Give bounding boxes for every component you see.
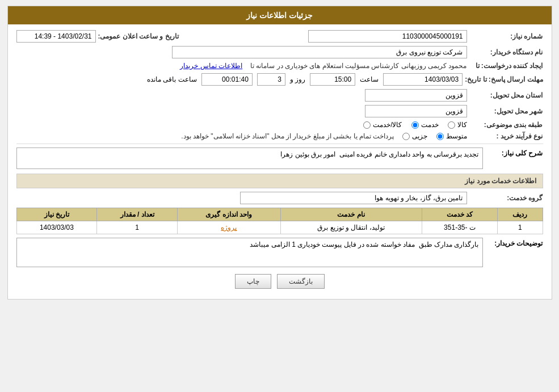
content-area: شماره نیاز: تاریخ و ساعت اعلان عمومی: نا… <box>8 24 552 299</box>
radio-kala[interactable]: کالا <box>448 121 467 129</box>
main-container: جزئیات اطلاعات نیاز شماره نیاز: تاریخ و … <box>7 6 552 300</box>
purchase-type-label: نوع فرآیند خرید : <box>469 132 543 140</box>
send-time-input <box>310 73 355 86</box>
cell-code: ت -35-351 <box>422 221 498 234</box>
province-label: استان محل تحویل: <box>469 91 543 99</box>
send-remaining-label: ساعت باقی مانده <box>147 75 197 83</box>
purchase-type-radio-group: جزیی متوسط <box>402 132 467 140</box>
contact-link[interactable]: اطلاعات تماس خریدار <box>180 62 242 70</box>
row-purchase-type: نوع فرآیند خرید : جزیی متوسط پرداخت تمام… <box>16 132 543 140</box>
unit-link[interactable]: پروژه <box>221 224 237 231</box>
category-radio-group: کالا/خدمت خدمت کالا <box>363 121 466 129</box>
announce-input <box>16 30 96 43</box>
description-label: شرح کلی نیاز: <box>486 147 543 157</box>
row-description: شرح کلی نیاز: تجدید برقرسانی به واحد دام… <box>16 147 543 169</box>
cell-qty: 1 <box>97 221 178 234</box>
radio-khedmat[interactable]: خدمت <box>411 121 439 129</box>
send-days-label: روز و <box>290 75 305 83</box>
cell-name: تولید، انتقال و توزیع برق <box>280 221 422 234</box>
buttons-row: بازگشت چاپ <box>16 274 543 289</box>
row-province: استان محل تحویل: <box>16 89 543 102</box>
radio-jozii[interactable]: جزیی <box>402 132 427 140</box>
radio-jozii-input[interactable] <box>402 133 410 140</box>
page-header: جزئیات اطلاعات نیاز <box>8 6 552 24</box>
radio-khedmat-label: خدمت <box>421 121 439 129</box>
radio-kala-khedmat-label: کالا/خدمت <box>373 121 402 129</box>
row-city: شهر محل تحویل: <box>16 105 543 117</box>
col-row: ردیف <box>498 208 543 221</box>
services-table: ردیف کد خدمت نام خدمت واحد اندازه گیری ت… <box>16 208 543 234</box>
creator-label: ایجاد کننده درخواست: تا <box>469 62 543 70</box>
creator-value: محمود کریمی روزبهانی کارشناس مسؤلیت استع… <box>250 62 466 70</box>
radio-motavasset-input[interactable] <box>436 133 444 140</box>
radio-jozii-label: جزیی <box>412 132 427 140</box>
radio-motavasset[interactable]: متوسط <box>436 132 467 140</box>
purchase-type-text: پرداخت تمام یا بخشی از مبلغ خریدار از مح… <box>181 132 394 140</box>
row-number-announce: شماره نیاز: تاریخ و ساعت اعلان عمومی: <box>16 30 543 43</box>
col-unit: واحد اندازه گیری <box>178 208 281 221</box>
radio-kala-label: کالا <box>457 121 467 129</box>
city-label: شهر محل تحویل: <box>469 107 543 115</box>
page-title: جزئیات اطلاعات نیاز <box>246 11 313 20</box>
service-group-input <box>240 192 467 204</box>
send-date-input <box>383 73 463 86</box>
city-input <box>365 105 467 117</box>
col-qty: تعداد / مقدار <box>97 208 178 221</box>
row-buyer-desc: توضیحات خریدار: بارگذاری مدارک طبق مفاد … <box>16 238 543 267</box>
province-input <box>365 89 467 102</box>
cell-unit: پروژه <box>178 221 281 234</box>
col-name: نام خدمت <box>280 208 422 221</box>
send-date-label: مهلت ارسال پاسخ: تا تاریخ: <box>465 75 543 83</box>
row-send-date: مهلت ارسال پاسخ: تا تاریخ: ساعت روز و سا… <box>16 73 543 86</box>
table-row: 1 ت -35-351 تولید، انتقال و توزیع برق پر… <box>16 221 543 234</box>
col-date: تاریخ نیاز <box>16 208 97 221</box>
radio-kala-khedmat[interactable]: کالا/خدمت <box>363 121 402 129</box>
buyer-desc-textarea[interactable]: بارگذاری مدارک طبق مفاد خواسته شده در فا… <box>16 238 483 267</box>
announce-label: تاریخ و ساعت اعلان عمومی: <box>98 32 179 40</box>
request-number-input[interactable] <box>308 30 467 43</box>
radio-kala-input[interactable] <box>448 121 455 129</box>
radio-motavasset-label: متوسط <box>446 132 467 140</box>
buyer-input <box>172 46 467 58</box>
divider-1 <box>16 144 543 144</box>
service-group-label: گروه خدمت: <box>469 194 543 202</box>
back-button[interactable]: بازگشت <box>277 274 325 289</box>
description-textarea[interactable]: تجدید برقرسانی به واحد دامداری خانم فرید… <box>16 147 483 169</box>
cell-row: 1 <box>498 221 543 234</box>
buyer-label: نام دستگاه خریدار: <box>469 48 543 56</box>
col-code: کد خدمت <box>422 208 498 221</box>
request-number-label: شماره نیاز: <box>469 32 543 40</box>
send-days-input <box>257 73 285 86</box>
send-time-label: ساعت <box>360 75 379 83</box>
services-section-title: اطلاعات خدمات مورد نیاز <box>16 174 543 188</box>
radio-khedmat-input[interactable] <box>411 121 419 129</box>
radio-kala-khedmat-input[interactable] <box>363 121 371 129</box>
buyer-desc-label: توضیحات خریدار: <box>486 238 543 247</box>
row-buyer: نام دستگاه خریدار: <box>16 46 543 58</box>
row-service-group: گروه خدمت: <box>16 192 543 204</box>
category-label: طبقه بندی موضوعی: <box>469 121 543 129</box>
row-creator: ایجاد کننده درخواست: تا محمود کریمی روزب… <box>16 62 543 70</box>
print-button[interactable]: چاپ <box>235 274 271 289</box>
send-timer-input <box>201 73 253 86</box>
row-category: طبقه بندی موضوعی: کالا/خدمت خدمت کالا <box>16 121 543 129</box>
table-header-row: ردیف کد خدمت نام خدمت واحد اندازه گیری ت… <box>16 208 543 221</box>
cell-date: 1403/03/03 <box>16 221 97 234</box>
